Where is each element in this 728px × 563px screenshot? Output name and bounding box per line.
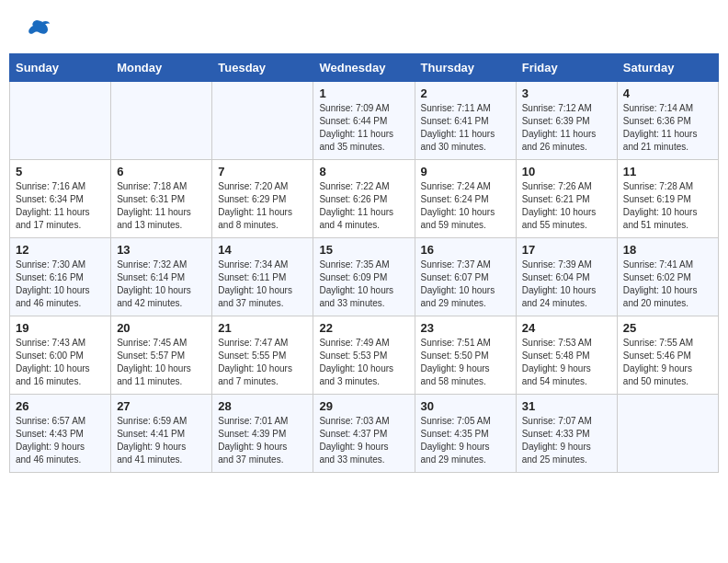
weekday-header-wednesday: Wednesday (313, 54, 415, 82)
day-detail: Sunrise: 7:07 AM Sunset: 4:33 PM Dayligh… (522, 416, 592, 465)
day-number: 23 (421, 321, 510, 335)
day-detail: Sunrise: 7:43 AM Sunset: 6:00 PM Dayligh… (16, 338, 90, 386)
page-header (0, 0, 728, 53)
day-detail: Sunrise: 7:09 AM Sunset: 6:44 PM Dayligh… (319, 103, 393, 152)
day-detail: Sunrise: 7:01 AM Sunset: 4:39 PM Dayligh… (218, 416, 288, 465)
day-detail: Sunrise: 7:49 AM Sunset: 5:53 PM Dayligh… (319, 338, 393, 386)
calendar-empty-cell (10, 82, 111, 160)
calendar-day-cell: 26Sunrise: 6:57 AM Sunset: 4:43 PM Dayli… (10, 395, 111, 473)
day-number: 17 (522, 243, 611, 257)
day-detail: Sunrise: 7:45 AM Sunset: 5:57 PM Dayligh… (117, 338, 191, 386)
day-detail: Sunrise: 7:28 AM Sunset: 6:19 PM Dayligh… (623, 181, 698, 230)
day-number: 9 (421, 165, 510, 178)
weekday-header-monday: Monday (111, 54, 212, 82)
day-detail: Sunrise: 7:32 AM Sunset: 6:14 PM Dayligh… (117, 259, 191, 308)
calendar-empty-cell (617, 395, 718, 473)
weekday-header-sunday: Sunday (10, 54, 111, 82)
day-detail: Sunrise: 7:41 AM Sunset: 6:02 PM Dayligh… (623, 259, 698, 308)
calendar-day-cell: 7Sunrise: 7:20 AM Sunset: 6:29 PM Daylig… (212, 160, 313, 238)
day-detail: Sunrise: 7:16 AM Sunset: 6:34 PM Dayligh… (16, 181, 90, 230)
day-detail: Sunrise: 7:39 AM Sunset: 6:04 PM Dayligh… (522, 259, 597, 308)
day-detail: Sunrise: 7:03 AM Sunset: 4:37 PM Dayligh… (319, 416, 389, 465)
day-number: 30 (421, 399, 510, 413)
calendar-day-cell: 31Sunrise: 7:07 AM Sunset: 4:33 PM Dayli… (516, 395, 617, 473)
day-detail: Sunrise: 7:55 AM Sunset: 5:46 PM Dayligh… (623, 338, 693, 386)
day-number: 14 (218, 243, 307, 257)
day-detail: Sunrise: 7:22 AM Sunset: 6:26 PM Dayligh… (319, 181, 393, 230)
calendar-day-cell: 15Sunrise: 7:35 AM Sunset: 6:09 PM Dayli… (313, 238, 415, 316)
day-number: 3 (522, 86, 611, 100)
day-number: 12 (16, 243, 105, 257)
day-detail: Sunrise: 7:24 AM Sunset: 6:24 PM Dayligh… (421, 181, 495, 230)
day-detail: Sunrise: 7:11 AM Sunset: 6:41 PM Dayligh… (421, 103, 495, 152)
calendar-day-cell: 12Sunrise: 7:30 AM Sunset: 6:16 PM Dayli… (10, 238, 111, 316)
calendar-week-row: 12Sunrise: 7:30 AM Sunset: 6:16 PM Dayli… (10, 238, 719, 316)
calendar-day-cell: 13Sunrise: 7:32 AM Sunset: 6:14 PM Dayli… (111, 238, 212, 316)
day-detail: Sunrise: 6:59 AM Sunset: 4:41 PM Dayligh… (117, 416, 187, 465)
calendar-day-cell: 8Sunrise: 7:22 AM Sunset: 6:26 PM Daylig… (313, 160, 415, 238)
calendar-day-cell: 6Sunrise: 7:18 AM Sunset: 6:31 PM Daylig… (111, 160, 212, 238)
day-number: 27 (117, 399, 206, 413)
calendar-day-cell: 21Sunrise: 7:47 AM Sunset: 5:55 PM Dayli… (212, 316, 313, 395)
calendar-table: SundayMondayTuesdayWednesdayThursdayFrid… (9, 53, 719, 473)
calendar-day-cell: 28Sunrise: 7:01 AM Sunset: 4:39 PM Dayli… (212, 395, 313, 473)
calendar-empty-cell (111, 82, 212, 160)
logo (22, 17, 51, 46)
day-number: 2 (421, 86, 510, 100)
calendar-day-cell: 17Sunrise: 7:39 AM Sunset: 6:04 PM Dayli… (516, 238, 617, 316)
calendar-day-cell: 16Sunrise: 7:37 AM Sunset: 6:07 PM Dayli… (415, 238, 516, 316)
calendar-day-cell: 20Sunrise: 7:45 AM Sunset: 5:57 PM Dayli… (111, 316, 212, 395)
calendar-day-cell: 24Sunrise: 7:53 AM Sunset: 5:48 PM Dayli… (516, 316, 617, 395)
day-number: 1 (319, 86, 408, 100)
day-detail: Sunrise: 6:57 AM Sunset: 4:43 PM Dayligh… (16, 416, 85, 465)
calendar-day-cell: 5Sunrise: 7:16 AM Sunset: 6:34 PM Daylig… (10, 160, 111, 238)
calendar-week-row: 1Sunrise: 7:09 AM Sunset: 6:44 PM Daylig… (10, 82, 719, 160)
calendar-week-row: 26Sunrise: 6:57 AM Sunset: 4:43 PM Dayli… (10, 395, 719, 473)
calendar-week-row: 5Sunrise: 7:16 AM Sunset: 6:34 PM Daylig… (10, 160, 719, 238)
day-number: 8 (319, 165, 408, 178)
calendar-day-cell: 27Sunrise: 6:59 AM Sunset: 4:41 PM Dayli… (111, 395, 212, 473)
day-number: 31 (522, 399, 611, 413)
calendar-day-cell: 29Sunrise: 7:03 AM Sunset: 4:37 PM Dayli… (313, 395, 415, 473)
calendar-day-cell: 23Sunrise: 7:51 AM Sunset: 5:50 PM Dayli… (415, 316, 516, 395)
day-number: 19 (16, 321, 105, 335)
calendar-day-cell: 4Sunrise: 7:14 AM Sunset: 6:36 PM Daylig… (617, 82, 718, 160)
day-detail: Sunrise: 7:26 AM Sunset: 6:21 PM Dayligh… (522, 181, 597, 230)
day-detail: Sunrise: 7:05 AM Sunset: 4:35 PM Dayligh… (421, 416, 491, 465)
day-number: 15 (319, 243, 408, 257)
weekday-header-saturday: Saturday (617, 54, 718, 82)
weekday-header-row: SundayMondayTuesdayWednesdayThursdayFrid… (10, 54, 719, 82)
day-number: 24 (522, 321, 611, 335)
day-number: 13 (117, 243, 206, 257)
calendar-day-cell: 1Sunrise: 7:09 AM Sunset: 6:44 PM Daylig… (313, 82, 415, 160)
calendar-day-cell: 10Sunrise: 7:26 AM Sunset: 6:21 PM Dayli… (516, 160, 617, 238)
day-number: 5 (16, 165, 105, 178)
day-number: 4 (623, 86, 712, 100)
calendar-day-cell: 18Sunrise: 7:41 AM Sunset: 6:02 PM Dayli… (617, 238, 718, 316)
day-number: 6 (117, 165, 206, 178)
calendar-day-cell: 25Sunrise: 7:55 AM Sunset: 5:46 PM Dayli… (617, 316, 718, 395)
calendar-day-cell: 19Sunrise: 7:43 AM Sunset: 6:00 PM Dayli… (10, 316, 111, 395)
day-detail: Sunrise: 7:12 AM Sunset: 6:39 PM Dayligh… (522, 103, 597, 152)
day-number: 11 (623, 165, 712, 178)
calendar-wrap: SundayMondayTuesdayWednesdayThursdayFrid… (0, 53, 728, 482)
weekday-header-thursday: Thursday (415, 54, 516, 82)
calendar-day-cell: 3Sunrise: 7:12 AM Sunset: 6:39 PM Daylig… (516, 82, 617, 160)
day-number: 29 (319, 399, 408, 413)
day-detail: Sunrise: 7:35 AM Sunset: 6:09 PM Dayligh… (319, 259, 393, 308)
day-number: 28 (218, 399, 307, 413)
day-detail: Sunrise: 7:47 AM Sunset: 5:55 PM Dayligh… (218, 338, 292, 386)
day-detail: Sunrise: 7:37 AM Sunset: 6:07 PM Dayligh… (421, 259, 495, 308)
calendar-day-cell: 30Sunrise: 7:05 AM Sunset: 4:35 PM Dayli… (415, 395, 516, 473)
day-detail: Sunrise: 7:34 AM Sunset: 6:11 PM Dayligh… (218, 259, 292, 308)
day-detail: Sunrise: 7:51 AM Sunset: 5:50 PM Dayligh… (421, 338, 491, 386)
day-number: 16 (421, 243, 510, 257)
calendar-week-row: 19Sunrise: 7:43 AM Sunset: 6:00 PM Dayli… (10, 316, 719, 395)
day-number: 10 (522, 165, 611, 178)
day-detail: Sunrise: 7:20 AM Sunset: 6:29 PM Dayligh… (218, 181, 292, 230)
calendar-day-cell: 2Sunrise: 7:11 AM Sunset: 6:41 PM Daylig… (415, 82, 516, 160)
day-number: 22 (319, 321, 408, 335)
day-number: 25 (623, 321, 712, 335)
day-number: 18 (623, 243, 712, 257)
day-number: 21 (218, 321, 307, 335)
